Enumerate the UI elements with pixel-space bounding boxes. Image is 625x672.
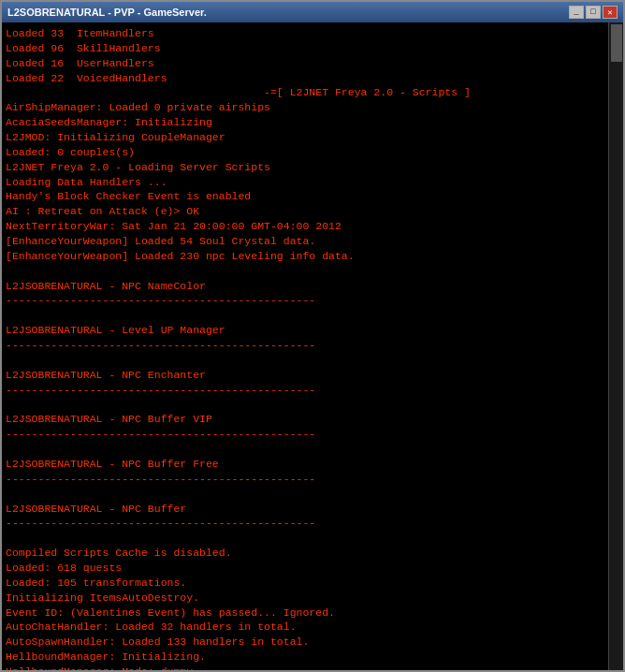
- console-output: Loaded 33 ItemHandlers Loaded 96 SkillHa…: [2, 22, 623, 670]
- minimize-button[interactable]: _: [569, 6, 584, 19]
- console-wrapper: Loaded 33 ItemHandlers Loaded 96 SkillHa…: [2, 22, 623, 670]
- close-button[interactable]: ✕: [603, 6, 618, 19]
- titlebar: L2SOBRENATURAL - PVP - GameServer. _ □ ✕: [2, 2, 623, 22]
- window-controls: _ □ ✕: [569, 6, 618, 19]
- maximize-button[interactable]: □: [586, 6, 601, 19]
- console-text: Loaded 33 ItemHandlers Loaded 96 SkillHa…: [6, 26, 604, 670]
- main-window: L2SOBRENATURAL - PVP - GameServer. _ □ ✕…: [0, 0, 625, 672]
- window-title: L2SOBRENATURAL - PVP - GameServer.: [7, 7, 207, 18]
- scrollbar-thumb[interactable]: [611, 24, 622, 62]
- scrollbar[interactable]: [608, 22, 623, 670]
